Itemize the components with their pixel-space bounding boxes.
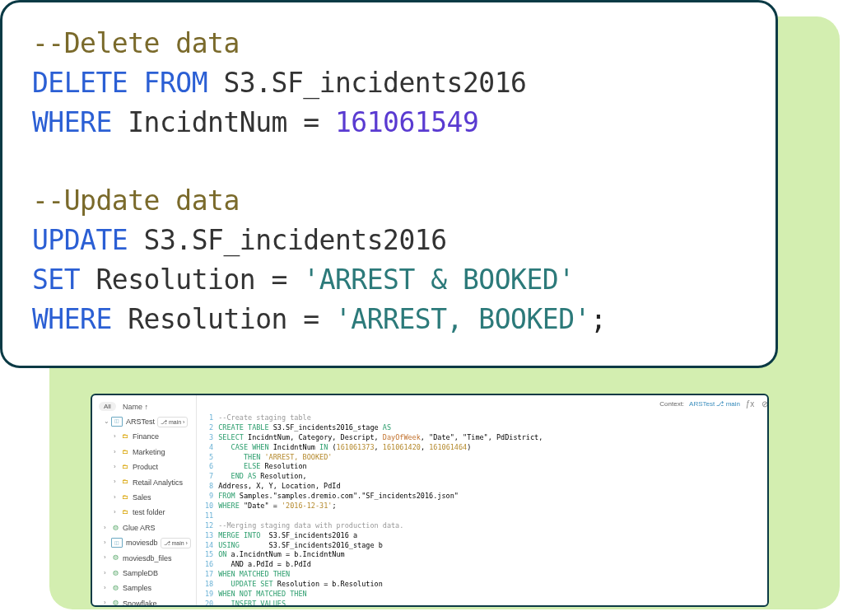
code-keyword: WHERE [32, 106, 128, 138]
source-icon: ◍ [111, 600, 119, 607]
code-comment: --Update data [32, 184, 240, 217]
tree-item[interactable]: ›◍moviesdb_files [92, 551, 196, 566]
source-icon: ◍ [111, 524, 119, 532]
chevron-right-icon: › [104, 523, 109, 534]
folder-icon: 🗀 [121, 448, 129, 456]
tree-label: Marketing [133, 446, 165, 458]
tree-item[interactable]: ›◍SampleDB [92, 566, 196, 581]
code-editor[interactable]: 123456789101112131415161718192021 --Crea… [197, 412, 769, 607]
folder-icon: 🗀 [121, 478, 129, 487]
context-picker[interactable]: ARSTest ⎇ main [689, 400, 740, 408]
tree-item[interactable]: ›🗀Product [92, 460, 196, 474]
code-keyword: UPDATE [32, 224, 144, 256]
chevron-right-icon: › [114, 492, 119, 503]
tree-label: SampleDB [123, 567, 158, 579]
chevron-right-icon: › [114, 432, 119, 442]
code-comment: --Delete data [32, 27, 240, 59]
name-column-header[interactable]: Name ↑ [123, 403, 148, 411]
tree-label: Snowflake [123, 598, 157, 607]
chevron-right-icon: › [104, 583, 109, 594]
tree-item[interactable]: ›🗀Marketing [92, 445, 196, 460]
code-keyword: SET [32, 264, 95, 296]
tree-label: Sales [133, 492, 151, 503]
sql-snippet-card: --Delete data DELETE FROM S3.SF_incident… [0, 0, 778, 368]
folder-icon: 🗀 [121, 463, 129, 471]
chevron-right-icon: › [114, 462, 119, 473]
chevron-right-icon: › [114, 507, 119, 518]
function-icon[interactable]: ƒx [745, 399, 755, 408]
code-lines: --Create staging table CREATE TABLE S3.S… [218, 413, 769, 607]
tree-item[interactable]: ›◫moviesdb⎇ main › [92, 535, 196, 550]
editor-main: Context: ARSTest ⎇ main ƒx ⊘ ▣ ☰ ⚙ 12345… [197, 395, 769, 605]
code-identifier: IncidntNum = [128, 106, 335, 138]
tree-label: Retail Analytics [133, 477, 183, 488]
context-label: Context: [659, 400, 684, 408]
code-identifier: Resolution = [95, 264, 303, 296]
tree-item[interactable]: ›◍Glue ARS [92, 520, 196, 535]
code-string: 'ARREST, BOOKED' [335, 303, 590, 335]
code-identifier: Resolution = [128, 303, 335, 335]
tree-label: moviesdb [126, 537, 158, 548]
code-keyword: WHERE [32, 303, 128, 335]
editor-toolbar: Context: ARSTest ⎇ main ƒx ⊘ ▣ ☰ ⚙ [197, 395, 769, 412]
tree-item[interactable]: ›🗀Finance [92, 429, 196, 444]
source-icon: ◍ [111, 569, 119, 577]
tree-label: test folder [133, 506, 165, 518]
tree-label: Glue ARS [123, 522, 156, 534]
code-identifier: S3.SF_incidents2016 [223, 67, 526, 99]
code-keyword: DELETE FROM [32, 67, 223, 99]
chevron-right-icon: › [104, 568, 109, 579]
code-identifier: S3.SF_incidents2016 [144, 224, 447, 256]
chevron-right-icon: › [104, 598, 109, 607]
filter-all-pill[interactable]: All [99, 402, 116, 411]
sql-editor-panel: All Name ↑ ⌄ ◫ ARSTest ⎇ main › ›🗀Financ… [91, 394, 769, 607]
tree-root[interactable]: ⌄ ◫ ARSTest ⎇ main › [92, 414, 196, 429]
branch-badge[interactable]: ⎇ main › [157, 417, 188, 427]
tree-label: ARSTest [126, 416, 155, 427]
tree-item[interactable]: ›◍Samples [92, 581, 196, 595]
code-number: 161061549 [335, 106, 478, 138]
folder-icon: 🗀 [121, 509, 129, 517]
chevron-right-icon: › [104, 553, 109, 563]
tree-label: Product [133, 461, 158, 473]
source-icon: ◍ [111, 554, 119, 562]
tree-item[interactable]: ›🗀Sales [92, 490, 196, 505]
tree-label: Samples [123, 582, 151, 594]
code-punct: ; [590, 303, 606, 335]
line-gutter: 123456789101112131415161718192021 [197, 413, 218, 607]
chevron-right-icon: › [104, 538, 109, 548]
tree-item[interactable]: ›🗀test folder [92, 505, 196, 520]
source-icon: ◍ [111, 584, 119, 592]
tree-item[interactable]: ›◍Snowflake [92, 596, 196, 607]
chevron-down-icon: ⌄ [104, 417, 109, 427]
tree-label: Finance [133, 431, 159, 442]
chevron-right-icon: › [114, 477, 119, 488]
space-icon: ◫ [111, 538, 123, 548]
tree-item[interactable]: ›🗀Retail Analytics [92, 475, 196, 490]
folder-icon: 🗀 [121, 493, 129, 502]
chevron-right-icon: › [114, 447, 119, 458]
code-string: 'ARREST & BOOKED' [303, 264, 574, 296]
tree-label: moviesdb_files [123, 553, 172, 564]
toggle-icon[interactable]: ⊘ [760, 399, 769, 408]
branch-badge[interactable]: ⎇ main › [161, 538, 191, 548]
datasource-tree: All Name ↑ ⌄ ◫ ARSTest ⎇ main › ›🗀Financ… [92, 395, 197, 605]
sidebar-header: All Name ↑ [92, 400, 196, 414]
folder-icon: 🗀 [121, 433, 129, 441]
space-icon: ◫ [111, 417, 123, 427]
